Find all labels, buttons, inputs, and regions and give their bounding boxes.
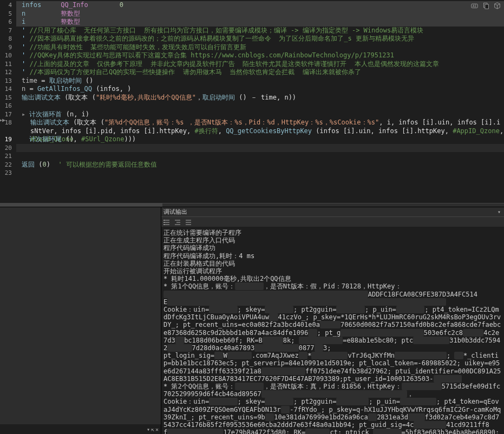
- svg-point-5: [163, 222, 165, 223]
- side-panel[interactable]: ▾ ⇱ ✕: [0, 207, 161, 434]
- copy-icon[interactable]: [482, 2, 489, 11]
- breakpoint-marker: ▶▶: [0, 117, 5, 123]
- scrollbar-thumb[interactable]: [0, 203, 162, 207]
- svg-point-6: [163, 224, 165, 225]
- svg-point-4: [163, 220, 165, 221]
- code-editor[interactable]: ▶▶ 4567891011121314151617181920212223 in…: [0, 0, 504, 203]
- splitter[interactable]: [0, 203, 504, 207]
- dropdown-icon[interactable]: ▾: [147, 426, 150, 432]
- output-panel: 调试输出 ▾ 正在统计需要编译的子程序 正在生成主程序入口代码 程序代码编译成功…: [161, 207, 504, 434]
- clear-icon[interactable]: [185, 219, 192, 226]
- close-icon[interactable]: ✕: [155, 426, 159, 432]
- tab-debug-output[interactable]: 调试输出: [163, 208, 187, 216]
- svg-text:AI: AI: [473, 4, 476, 8]
- dropdown-icon[interactable]: ▾: [498, 209, 501, 215]
- list-icon[interactable]: [163, 219, 170, 226]
- debug-output[interactable]: 正在统计需要编译的子程序 正在生成主程序入口代码 程序代码编译成功 程序代码编译…: [161, 227, 504, 434]
- line-gutter: 4567891011121314151617181920212223: [0, 0, 16, 203]
- svg-rect-3: [485, 4, 489, 9]
- cube-icon[interactable]: [494, 2, 501, 11]
- ai-icon[interactable]: AI: [471, 2, 478, 11]
- code-area[interactable]: infos QQ_Info 0n 整数型 i 整数型 ' //只用了核心库 无任…: [16, 0, 504, 203]
- indent-icon[interactable]: [174, 219, 181, 226]
- pin-icon[interactable]: ⇱: [151, 426, 154, 432]
